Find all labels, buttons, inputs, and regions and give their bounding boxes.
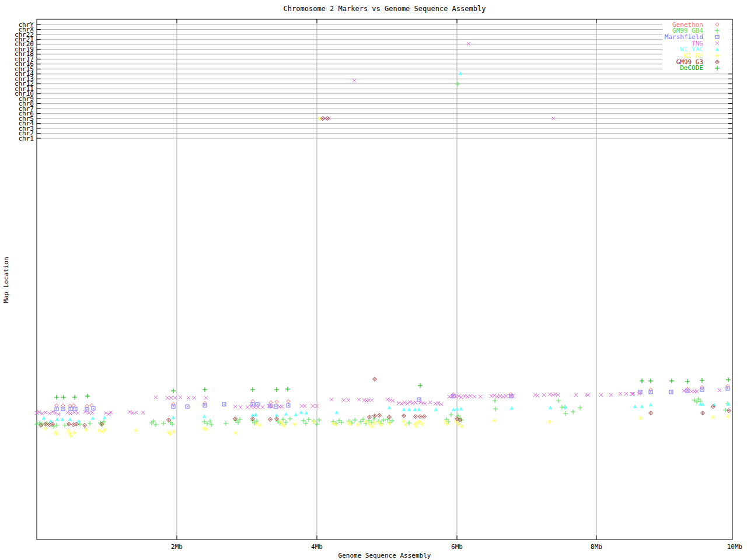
mb-gridlines xyxy=(177,19,596,540)
series-gm99-gb4 xyxy=(34,82,730,429)
legend: GenethonGM99 GB4MarshfieldTNGWI YACWI RH… xyxy=(662,20,732,72)
series-marshfield xyxy=(55,387,729,411)
series-wi-rh xyxy=(43,117,730,438)
series-tng xyxy=(35,42,721,416)
x-tick-label-6mb: 6Mb xyxy=(451,543,463,551)
series-gm99-g3 xyxy=(39,117,731,428)
plot-frame xyxy=(37,19,732,540)
x-axis-label: Genome Sequence Assembly xyxy=(0,552,747,559)
legend-label-decode: DeCODE xyxy=(680,64,703,72)
series-genethon xyxy=(55,384,729,408)
y-tick-label-chr1: chr1 xyxy=(19,135,34,142)
chromosome-gridlines xyxy=(37,24,732,138)
x-tick-labels: 2Mb4Mb6Mb8Mb10Mb xyxy=(171,543,742,551)
series-decode xyxy=(54,377,731,400)
plot-area: chrYchrXchr22chr21chr20chr19chr18chr17ch… xyxy=(0,0,747,560)
series-wi-yac xyxy=(42,72,731,423)
x-tick-label-8mb: 8Mb xyxy=(591,543,602,551)
x-tick-label-2mb: 2Mb xyxy=(171,543,183,551)
y-tick-labels: chrYchrXchr22chr21chr20chr19chr18chr17ch… xyxy=(15,21,34,142)
x-tick-label-10mb: 10Mb xyxy=(727,543,743,551)
x-tick-label-4mb: 4Mb xyxy=(311,543,323,551)
